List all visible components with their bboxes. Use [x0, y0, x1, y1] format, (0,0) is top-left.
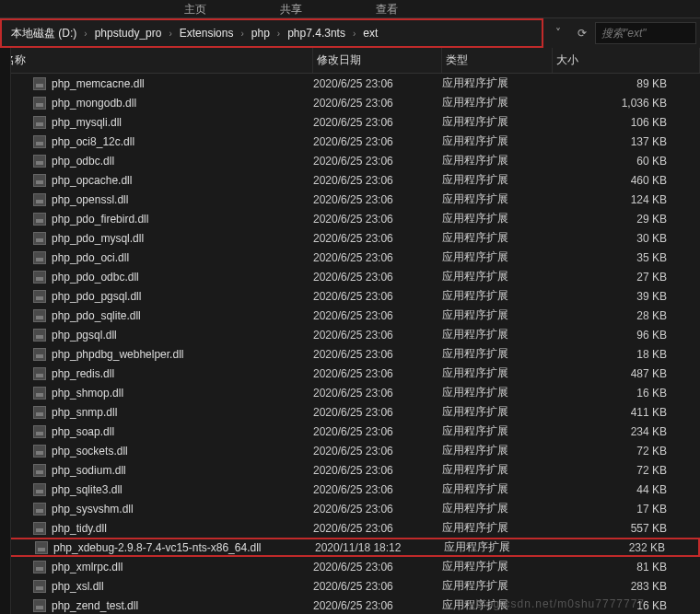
file-type: 应用程序扩展: [442, 75, 553, 91]
file-name-cell: php_snmp.dll: [0, 406, 313, 419]
file-row[interactable]: php_mongodb.dll2020/6/25 23:06应用程序扩展1,03…: [0, 93, 700, 112]
file-row[interactable]: php_pdo_odbc.dll2020/6/25 23:06应用程序扩展27 …: [0, 267, 700, 286]
dll-file-icon: [33, 387, 46, 400]
breadcrumb-item[interactable]: ext: [357, 27, 383, 40]
chevron-right-icon[interactable]: ›: [82, 29, 88, 39]
file-row[interactable]: php_sockets.dll2020/6/25 23:06应用程序扩展72 K…: [0, 441, 700, 460]
breadcrumb-item[interactable]: Extensions: [174, 27, 239, 40]
file-name: php_sqlite3.dll: [52, 483, 122, 496]
file-row[interactable]: php_pdo_pgsql.dll2020/6/25 23:06应用程序扩展39…: [0, 286, 700, 306]
file-row[interactable]: php_redis.dll2020/6/25 23:06应用程序扩展487 KB: [0, 364, 700, 383]
file-row[interactable]: php_phpdbg_webhelper.dll2020/6/25 23:06应…: [0, 344, 700, 364]
file-date: 2020/6/25 23:06: [313, 232, 442, 245]
file-row[interactable]: php_odbc.dll2020/6/25 23:06应用程序扩展60 KB: [0, 151, 700, 170]
file-row[interactable]: php_tidy.dll2020/6/25 23:06应用程序扩展557 KB: [0, 518, 700, 538]
file-row[interactable]: php_oci8_12c.dll2020/6/25 23:06应用程序扩展137…: [0, 132, 700, 151]
dll-file-icon: [33, 503, 46, 516]
file-row[interactable]: php_openssl.dll2020/6/25 23:06应用程序扩展124 …: [0, 190, 700, 209]
header-type[interactable]: 类型: [442, 48, 553, 73]
file-type: 应用程序扩展: [442, 153, 553, 168]
file-name: php_zend_test.dll: [52, 599, 138, 612]
column-headers: 名称 修改日期 类型 大小: [0, 48, 700, 74]
tab-home[interactable]: 主页: [147, 0, 243, 17]
file-size: 557 KB: [553, 522, 700, 535]
file-row[interactable]: php_snmp.dll2020/6/25 23:06应用程序扩展411 KB: [0, 402, 700, 422]
dll-file-icon: [33, 174, 46, 187]
dll-file-icon: [33, 309, 46, 322]
refresh-icon[interactable]: ⟳: [571, 22, 593, 44]
file-row[interactable]: php_xdebug-2.9.8-7.4-vc15-nts-x86_64.dll…: [0, 538, 700, 557]
file-name-cell: php_xdebug-2.9.8-7.4-vc15-nts-x86_64.dll: [2, 541, 315, 554]
file-row[interactable]: php_pdo_oci.dll2020/6/25 23:06应用程序扩展35 K…: [0, 248, 700, 267]
chevron-right-icon[interactable]: ›: [275, 29, 282, 39]
file-type: 应用程序扩展: [442, 211, 553, 226]
file-row[interactable]: php_opcache.dll2020/6/25 23:06应用程序扩展460 …: [0, 170, 700, 190]
file-name: php_opcache.dll: [52, 174, 132, 187]
file-date: 2020/6/25 23:06: [313, 290, 442, 303]
file-type: 应用程序扩展: [442, 385, 553, 400]
chevron-right-icon[interactable]: ›: [351, 29, 357, 39]
file-row[interactable]: php_pdo_firebird.dll2020/6/25 23:06应用程序扩…: [0, 209, 700, 228]
file-size: 29 KB: [553, 213, 700, 226]
breadcrumb-item[interactable]: phpstudy_pro: [89, 27, 168, 40]
file-type: 应用程序扩展: [442, 365, 553, 381]
file-name: php_openssl.dll: [52, 193, 128, 206]
file-size: 460 KB: [553, 174, 700, 187]
file-size: 60 KB: [553, 155, 700, 168]
file-size: 72 KB: [553, 464, 700, 477]
header-size[interactable]: 大小: [553, 48, 700, 73]
file-name: php_phpdbg_webhelper.dll: [52, 348, 183, 361]
file-row[interactable]: php_pgsql.dll2020/6/25 23:06应用程序扩展96 KB: [0, 325, 700, 344]
dll-file-icon: [33, 193, 46, 206]
breadcrumb-item[interactable]: 本地磁盘 (D:): [6, 26, 82, 41]
dll-file-icon: [33, 116, 46, 129]
dll-file-icon: [33, 599, 46, 612]
file-size: 30 KB: [553, 232, 700, 245]
file-row[interactable]: php_pdo_mysql.dll2020/6/25 23:06应用程序扩展30…: [0, 228, 700, 248]
file-name-cell: php_odbc.dll: [0, 155, 313, 168]
file-size: 81 KB: [553, 561, 700, 573]
file-row[interactable]: php_mysqli.dll2020/6/25 23:06应用程序扩展106 K…: [0, 112, 700, 132]
file-row[interactable]: php_sodium.dll2020/6/25 23:06应用程序扩展72 KB: [0, 460, 700, 480]
dll-file-icon: [33, 251, 46, 264]
file-row[interactable]: php_soap.dll2020/6/25 23:06应用程序扩展234 KB: [0, 422, 700, 441]
file-name-cell: php_opcache.dll: [0, 174, 313, 187]
file-row[interactable]: php_xmlrpc.dll2020/6/25 23:06应用程序扩展81 KB: [0, 557, 700, 576]
file-size: 1,036 KB: [553, 97, 700, 110]
header-name[interactable]: 名称: [0, 48, 313, 73]
breadcrumb-item[interactable]: php: [246, 27, 275, 40]
tab-share[interactable]: 共享: [243, 0, 339, 17]
file-row[interactable]: php_pdo_sqlite.dll2020/6/25 23:06应用程序扩展2…: [0, 306, 700, 325]
search-input[interactable]: 搜索"ext": [595, 22, 696, 44]
file-size: 17 KB: [553, 503, 700, 516]
breadcrumb[interactable]: 本地磁盘 (D:)›phpstudy_pro›Extensions›php›ph…: [6, 20, 538, 46]
file-name: php_sockets.dll: [52, 445, 128, 458]
file-date: 2020/6/25 23:06: [313, 348, 442, 361]
file-name-cell: php_pdo_odbc.dll: [0, 271, 313, 284]
file-row[interactable]: php_shmop.dll2020/6/25 23:06应用程序扩展16 KB: [0, 383, 700, 402]
file-row[interactable]: php_xsl.dll2020/6/25 23:06应用程序扩展283 KB: [0, 576, 700, 596]
file-date: 2020/6/25 23:06: [313, 213, 442, 226]
dll-file-icon: [33, 561, 46, 573]
chevron-right-icon[interactable]: ›: [167, 29, 173, 39]
file-name: php_pdo_sqlite.dll: [52, 309, 141, 322]
file-size: 106 KB: [553, 116, 700, 129]
file-row[interactable]: php_sqlite3.dll2020/6/25 23:06应用程序扩展44 K…: [0, 480, 700, 499]
breadcrumb-item[interactable]: php7.4.3nts: [282, 27, 351, 40]
dropdown-icon[interactable]: ˅: [547, 22, 569, 44]
file-date: 2020/6/25 23:06: [313, 464, 442, 477]
chevron-right-icon[interactable]: ›: [239, 29, 245, 39]
file-size: 96 KB: [553, 329, 700, 342]
file-date: 2020/6/25 23:06: [313, 503, 442, 516]
file-type: 应用程序扩展: [442, 481, 553, 497]
file-type: 应用程序扩展: [442, 95, 553, 110]
file-name-cell: php_phpdbg_webhelper.dll: [0, 348, 313, 361]
dll-file-icon: [33, 77, 46, 90]
file-name-cell: php_pdo_pgsql.dll: [0, 290, 313, 303]
file-row[interactable]: php_sysvshm.dll2020/6/25 23:06应用程序扩展17 K…: [0, 499, 700, 518]
tab-view[interactable]: 查看: [339, 0, 435, 17]
file-size: 137 KB: [553, 135, 700, 148]
file-name-cell: php_sockets.dll: [0, 445, 313, 458]
header-date[interactable]: 修改日期: [313, 48, 442, 73]
file-row[interactable]: php_memcacne.dll2020/6/25 23:06应用程序扩展89 …: [0, 74, 700, 93]
